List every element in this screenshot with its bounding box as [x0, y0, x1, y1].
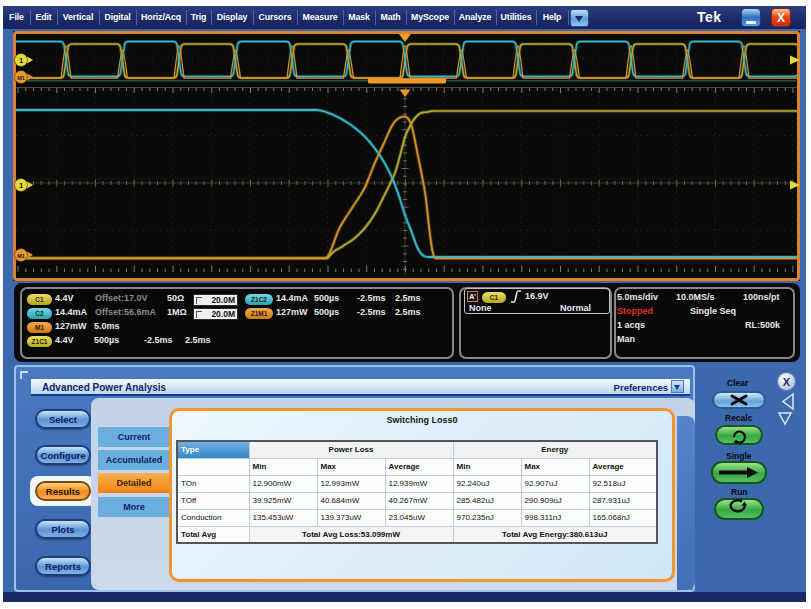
svg-text:M1: M1: [17, 253, 25, 259]
svg-text:M1: M1: [17, 75, 25, 81]
svg-text:1: 1: [19, 56, 23, 65]
svg-text:1: 1: [19, 181, 23, 190]
